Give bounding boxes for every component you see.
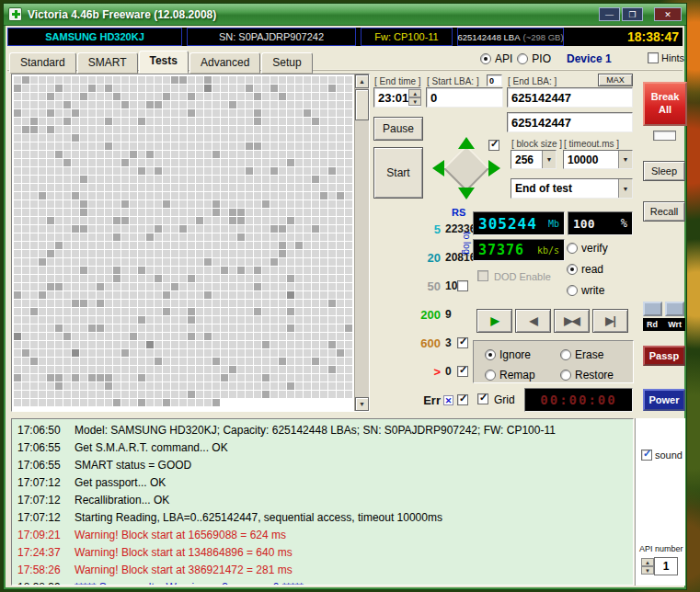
interface-pio[interactable]: PIO: [517, 52, 551, 65]
sound-toggle[interactable]: sound: [641, 450, 683, 461]
mode-verify-radio[interactable]: [567, 243, 578, 254]
transport-direction-back-button[interactable]: ◀: [515, 309, 551, 333]
break-all-button[interactable]: Break All: [643, 82, 687, 126]
action-erase-radio[interactable]: [560, 349, 571, 360]
tab-smart[interactable]: SMART: [77, 52, 138, 74]
block-cell: [88, 85, 96, 92]
api-number-value[interactable]: 1: [654, 557, 678, 575]
log-checkbox-err[interactable]: [457, 394, 468, 405]
block-cell: [155, 184, 162, 191]
sleep-button[interactable]: Sleep: [643, 161, 685, 181]
block-cell: [279, 126, 286, 133]
api-number-spinner[interactable]: ▲▼ 1: [641, 557, 678, 575]
maximize-button[interactable]: ❐: [622, 7, 643, 21]
dropdown-arrow-icon[interactable]: ▼: [542, 151, 556, 168]
transport-jump-forward-button[interactable]: ▶◀: [554, 309, 590, 333]
tab-tests[interactable]: Tests: [139, 51, 189, 74]
interface-api[interactable]: API: [480, 52, 512, 65]
action-remap-radio[interactable]: [485, 370, 496, 381]
seek-up-arrow-icon[interactable]: [458, 137, 475, 149]
spin-down-icon[interactable]: ▼: [408, 97, 421, 106]
log-checkbox-gt[interactable]: [457, 366, 468, 377]
tab-advanced[interactable]: Advanced: [189, 52, 260, 74]
mode-verify[interactable]: verify: [567, 242, 608, 255]
log-time: 17:06:55: [17, 459, 75, 476]
action-remap[interactable]: Remap: [485, 369, 560, 383]
block-cell: [63, 101, 71, 108]
loop-checkbox[interactable]: [488, 140, 499, 151]
block-cell: [55, 242, 63, 249]
minimize-button[interactable]: —: [599, 7, 620, 21]
tab-standard[interactable]: Standard: [9, 52, 76, 74]
mode-write[interactable]: write: [567, 284, 608, 297]
mode-read-radio[interactable]: [567, 264, 578, 275]
current-lba-field[interactable]: 625142447: [507, 112, 633, 132]
block-cell: [138, 217, 145, 224]
action-ignore[interactable]: Ignore: [485, 347, 560, 362]
passport-button[interactable]: Passp: [643, 346, 685, 366]
block-cell: [22, 358, 29, 365]
block-cell: [337, 109, 344, 117]
sound-checkbox[interactable]: [641, 450, 652, 461]
dod-enable-checkbox[interactable]: [477, 270, 488, 281]
block-cell: [14, 316, 21, 324]
mode-write-radio[interactable]: [567, 285, 578, 296]
start-lba-input[interactable]: 0: [426, 87, 503, 108]
spin-down-icon[interactable]: ▼: [641, 566, 654, 575]
block-cell: [304, 93, 311, 100]
seek-down-arrow-icon[interactable]: [458, 188, 475, 199]
tab-setup[interactable]: Setup: [261, 52, 312, 74]
api-number-updown[interactable]: ▲▼: [641, 558, 654, 575]
action-restore-radio[interactable]: [560, 370, 571, 381]
seek-left-arrow-icon[interactable]: [432, 160, 444, 176]
block-cell: [179, 358, 187, 365]
rd-led-button[interactable]: [643, 302, 662, 316]
block-cell: [312, 225, 319, 233]
block-cell: [113, 225, 120, 233]
seek-right-arrow-icon[interactable]: [488, 160, 500, 176]
block-cell: [113, 200, 120, 208]
block-cell: [63, 134, 71, 142]
interface-pio-radio[interactable]: [517, 53, 528, 64]
log-checkbox-r600[interactable]: [457, 337, 468, 348]
block-cell: [229, 333, 236, 340]
start-lba-mini-field[interactable]: 0: [487, 74, 502, 86]
spin-up-icon[interactable]: ▲: [641, 558, 654, 566]
block-cell: [130, 291, 137, 299]
transport-start-scan-button[interactable]: ▶: [476, 309, 512, 333]
dropdown-arrow-icon[interactable]: ▼: [618, 151, 632, 168]
dropdown-arrow-icon[interactable]: ▼: [618, 179, 632, 198]
block-cell: [221, 300, 228, 307]
scroll-down-icon[interactable]: ▼: [355, 397, 369, 411]
transport-jump-end-button[interactable]: ▶|: [592, 309, 628, 333]
block-size-combo[interactable]: 256 ▼: [511, 150, 557, 169]
action-ignore-radio[interactable]: [485, 349, 496, 360]
end-lba-input[interactable]: 625142447: [507, 87, 633, 108]
timeout-combo[interactable]: 10000 ▼: [563, 150, 633, 169]
end-time-spinner[interactable]: 23:01 ▲▼: [373, 87, 421, 108]
close-button[interactable]: ✕: [654, 7, 682, 21]
block-cell: [163, 333, 170, 340]
block-cell: [295, 209, 303, 216]
interface-api-radio[interactable]: [480, 53, 491, 64]
block-cell: [14, 167, 21, 175]
spin-up-icon[interactable]: ▲: [408, 89, 421, 97]
mode-read[interactable]: read: [567, 263, 608, 276]
hints-toggle[interactable]: Hints: [648, 52, 684, 63]
start-button[interactable]: Start: [373, 147, 423, 199]
end-time-updown[interactable]: ▲▼: [408, 89, 421, 106]
hints-checkbox[interactable]: [648, 52, 659, 63]
max-lba-button[interactable]: MAX: [598, 74, 633, 86]
power-button[interactable]: Power: [643, 389, 685, 411]
pause-button[interactable]: Pause: [373, 117, 423, 141]
end-action-combo[interactable]: End of test ▼: [511, 178, 633, 199]
recall-button[interactable]: Recall: [643, 201, 685, 222]
wrt-led-button[interactable]: [665, 302, 684, 316]
action-restore[interactable]: Restore: [560, 369, 634, 383]
log-checkbox-r50[interactable]: [457, 280, 468, 291]
scroll-thumb[interactable]: [355, 89, 369, 120]
block-map-scrollbar[interactable]: ▲ ▼: [354, 74, 369, 411]
scroll-up-icon[interactable]: ▲: [355, 74, 369, 88]
grid-checkbox[interactable]: [477, 393, 488, 404]
action-erase[interactable]: Erase: [560, 347, 634, 362]
